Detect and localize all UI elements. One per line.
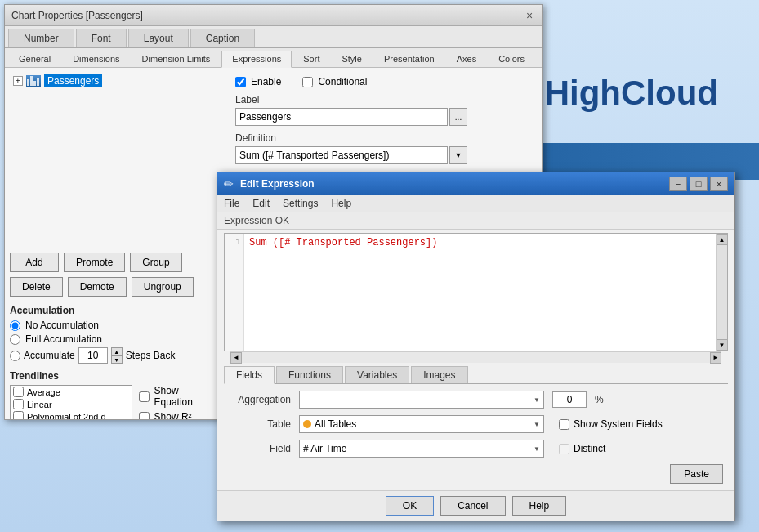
dialog-close-button[interactable]: × xyxy=(710,177,728,191)
hscroll-right-arrow[interactable]: ► xyxy=(710,352,721,364)
left-panel: + Passengers Add Promote Group xyxy=(5,68,225,419)
chart-props-title: Chart Properties [Passengers] xyxy=(11,10,143,21)
tab-font[interactable]: Font xyxy=(76,29,127,47)
dialog-minimize-button[interactable]: − xyxy=(669,177,687,191)
bar4 xyxy=(37,78,39,86)
trendline-average-check[interactable] xyxy=(13,387,24,397)
expression-status: Expression OK xyxy=(217,212,734,230)
label-input[interactable] xyxy=(235,108,448,126)
group-button[interactable]: Group xyxy=(130,253,181,272)
tree-expand-icon[interactable]: + xyxy=(13,76,23,86)
tab-variables[interactable]: Variables xyxy=(345,366,409,383)
tab-sort[interactable]: Sort xyxy=(292,51,330,67)
tab-dimensions[interactable]: Dimensions xyxy=(62,51,130,67)
label-browse-button[interactable]: ... xyxy=(449,108,467,126)
tab-images[interactable]: Images xyxy=(411,366,467,383)
tree-root[interactable]: + Passengers xyxy=(10,73,220,89)
field-select[interactable]: # Air Time ▼ xyxy=(299,440,544,458)
trendline-average[interactable]: Average xyxy=(11,386,132,398)
dialog-fields-panel: Aggregation ▼ % Table All Tables ▼ Show … xyxy=(217,384,734,490)
aggregation-dropdown-arrow: ▼ xyxy=(534,396,540,404)
vertical-scrollbar[interactable]: ▲ ▼ xyxy=(716,234,727,351)
accum-label: Accumulate xyxy=(24,350,75,361)
tab-caption[interactable]: Caption xyxy=(190,29,255,47)
tab-number[interactable]: Number xyxy=(8,29,74,47)
percent-symbol: % xyxy=(595,394,604,405)
no-accum-row: No Accumulation xyxy=(10,320,220,331)
code-editor-box: 1 Sum ([# Transported Passengers]) ▲ ▼ xyxy=(224,233,728,351)
definition-input[interactable] xyxy=(235,146,448,164)
show-r2-label: Show R² xyxy=(154,411,192,419)
conditional-checkbox[interactable] xyxy=(302,77,313,87)
tab-general[interactable]: General xyxy=(8,51,61,67)
action-buttons-group: Add Promote Group Delete Demote Ungroup … xyxy=(10,253,220,419)
dialog-maximize-button[interactable]: □ xyxy=(690,177,708,191)
distinct-label: Distinct xyxy=(574,443,605,454)
show-system-fields-check[interactable] xyxy=(559,419,569,430)
cancel-button[interactable]: Cancel xyxy=(440,496,505,516)
trendline-polynomial[interactable]: Polynomial of 2nd d xyxy=(11,410,132,419)
horizontal-scrollbar[interactable]: ◄ ► xyxy=(230,351,721,363)
menu-help[interactable]: Help xyxy=(331,198,351,209)
code-text-area[interactable]: Sum ([# Transported Passengers]) xyxy=(244,234,716,351)
chart-props-close-button[interactable]: × xyxy=(523,9,536,22)
chart-bar-icon xyxy=(26,75,41,87)
tab-expressions[interactable]: Expressions xyxy=(221,51,292,68)
aggregation-select[interactable]: ▼ xyxy=(299,391,544,409)
show-r2-check[interactable] xyxy=(139,412,150,420)
bar3 xyxy=(33,81,36,86)
definition-browse-button[interactable]: ▼ xyxy=(449,146,467,164)
tab-fields[interactable]: Fields xyxy=(224,366,275,384)
tab-dimension-limits[interactable]: Dimension Limits xyxy=(132,51,221,67)
menu-edit[interactable]: Edit xyxy=(252,198,270,209)
spin-down[interactable]: ▼ xyxy=(111,355,123,364)
tab-axes[interactable]: Axes xyxy=(446,51,487,67)
table-value: All Tables xyxy=(315,418,530,430)
percent-input[interactable] xyxy=(552,391,587,408)
help-button[interactable]: Help xyxy=(512,496,567,516)
demote-button[interactable]: Demote xyxy=(68,277,127,297)
ungroup-button[interactable]: Ungroup xyxy=(132,277,194,297)
tab-colors[interactable]: Colors xyxy=(488,51,535,67)
show-system-fields-label: Show System Fields xyxy=(574,418,663,430)
scroll-down-arrow[interactable]: ▼ xyxy=(717,339,728,351)
promote-button[interactable]: Promote xyxy=(64,253,125,272)
highcloud-logo: ✈ HighCloud xyxy=(514,74,718,113)
tab-functions[interactable]: Functions xyxy=(276,366,343,383)
spin-up[interactable]: ▲ xyxy=(111,347,123,355)
scroll-up-arrow[interactable]: ▲ xyxy=(717,234,728,245)
hscroll-track[interactable] xyxy=(242,352,710,363)
enable-checkbox[interactable] xyxy=(235,77,246,87)
delete-button[interactable]: Delete xyxy=(10,277,63,297)
spin-buttons: ▲ ▼ xyxy=(111,347,123,364)
ok-button[interactable]: OK xyxy=(386,496,434,516)
table-select[interactable]: All Tables ▼ xyxy=(299,415,544,433)
trendline-polynomial-check[interactable] xyxy=(13,411,24,419)
paste-button[interactable]: Paste xyxy=(670,464,723,484)
menu-settings[interactable]: Settings xyxy=(283,198,318,209)
tab-presentation[interactable]: Presentation xyxy=(373,51,445,67)
add-button[interactable]: Add xyxy=(10,253,59,272)
label-field-label: Label xyxy=(235,94,533,105)
full-accum-radio[interactable] xyxy=(10,334,20,345)
accumulation-label: Accumulation xyxy=(10,305,220,316)
steps-input[interactable] xyxy=(78,347,108,364)
label-group: Label ... xyxy=(235,94,533,126)
table-row: Table All Tables ▼ Show System Fields xyxy=(225,415,726,433)
distinct-row: Distinct xyxy=(559,443,605,454)
trendlines-list[interactable]: Average Linear Polynomial of 2nd d xyxy=(10,385,132,419)
accum-radio[interactable] xyxy=(10,351,20,361)
hscroll-left-arrow[interactable]: ◄ xyxy=(230,352,242,364)
trendline-linear-check[interactable] xyxy=(13,399,24,409)
trendline-linear[interactable]: Linear xyxy=(11,398,132,410)
distinct-check[interactable] xyxy=(559,444,569,454)
tab-layout[interactable]: Layout xyxy=(128,29,189,47)
line-numbers: 1 xyxy=(225,234,244,351)
label-input-row: ... xyxy=(235,108,533,126)
trendline-average-label: Average xyxy=(27,387,60,397)
tab-style[interactable]: Style xyxy=(331,51,372,67)
menu-file[interactable]: File xyxy=(224,198,239,209)
no-accum-radio[interactable] xyxy=(10,320,20,331)
tree-item-passengers[interactable]: Passengers xyxy=(44,74,102,87)
show-equation-check[interactable] xyxy=(139,391,150,402)
